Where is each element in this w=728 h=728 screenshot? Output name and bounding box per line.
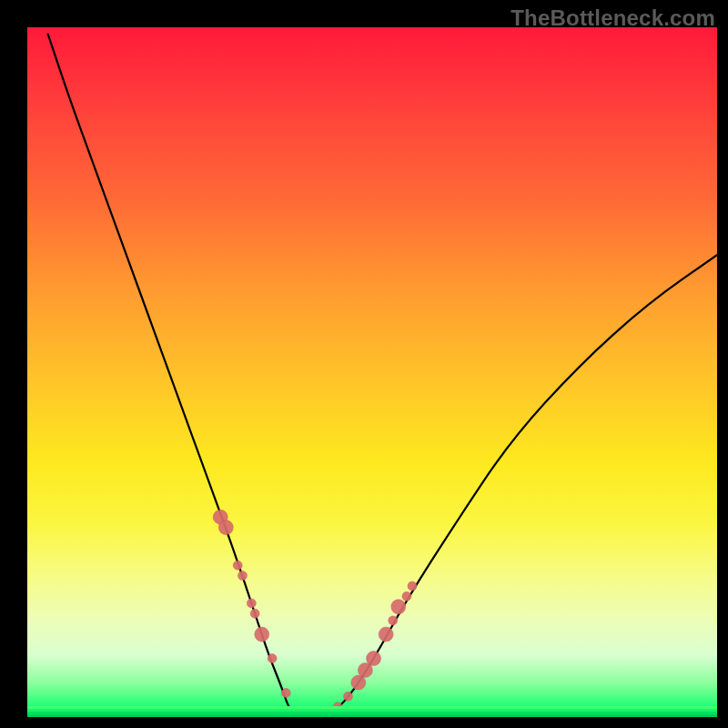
data-marker bbox=[391, 600, 406, 614]
data-marker bbox=[281, 688, 290, 697]
data-marker bbox=[389, 616, 398, 625]
data-marker bbox=[408, 581, 417, 591]
data-markers bbox=[213, 510, 417, 717]
data-marker bbox=[218, 521, 233, 535]
data-marker bbox=[268, 654, 277, 663]
data-marker bbox=[233, 561, 242, 570]
data-marker bbox=[247, 599, 256, 608]
data-marker bbox=[238, 571, 247, 581]
bottom-green-stripes bbox=[27, 706, 717, 717]
watermark-text: TheBottleneck.com bbox=[511, 5, 715, 31]
bottleneck-curve bbox=[48, 35, 717, 717]
plot-area bbox=[27, 27, 717, 717]
data-marker bbox=[343, 692, 352, 701]
data-marker bbox=[255, 627, 269, 642]
chart-svg bbox=[27, 27, 717, 717]
data-marker bbox=[379, 627, 393, 642]
data-marker bbox=[351, 675, 366, 690]
data-marker bbox=[402, 592, 411, 601]
data-marker bbox=[250, 609, 259, 618]
data-marker bbox=[367, 652, 381, 666]
